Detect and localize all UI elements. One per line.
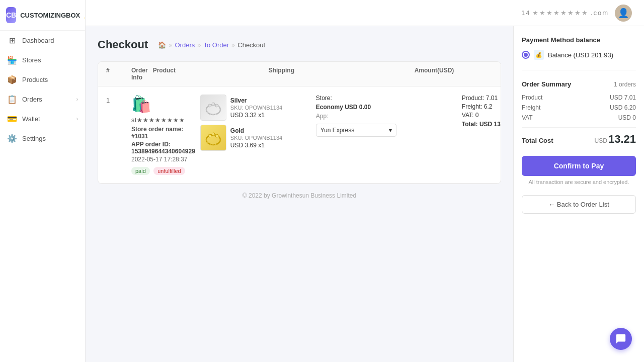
stores-icon: 🏪 (7, 55, 17, 65)
total-cost-value: USD13.21 (595, 133, 636, 146)
page-header: Checkout 🏠 » Orders » To Order » Checkou… (98, 38, 501, 51)
logo-area: CB CUSTOMIZINGBOX 🔔 (0, 0, 85, 31)
footer-text: © 2022 by Growinthesun Business Limited (243, 192, 356, 199)
summary-vat-label: VAT (522, 114, 533, 121)
row-number: 1 (106, 95, 126, 104)
svg-point-9 (215, 134, 218, 137)
summary-vat-value: USD 0 (618, 114, 636, 121)
store-masked: st★★★★★★★★ (131, 117, 195, 124)
order-date: 2022-05-17 17:28:37 (131, 156, 195, 163)
sidebar-item-orders[interactable]: 📋 Orders › (0, 89, 85, 109)
product-price-silver: USD 3.32 x1 (230, 112, 282, 119)
table-row: 1 🛍️ st★★★★★★★★ Store order name: #1031 … (98, 86, 501, 184)
shipping-app-label: App: (316, 113, 329, 120)
user-email: 14 ★★★★★★★★ .com (521, 9, 609, 17)
right-panel: Payment Method balance 💰 Balance (USD 20… (513, 26, 644, 362)
confirm-button-area: Confirm to Pay All transaction are secur… (522, 156, 636, 185)
summary-product-value: USD 7.01 (610, 94, 636, 101)
app-order-id-value: 1538949644340604929 (131, 148, 195, 155)
amount-freight: Freight: 6.2 (462, 103, 501, 110)
order-id: APP order ID: 1538949644340604929 (131, 141, 195, 155)
product-name-silver: Silver (230, 97, 282, 104)
topbar: 14 ★★★★★★★★ .com 👤 (86, 0, 644, 26)
breadcrumb-current: Checkout (237, 41, 265, 49)
orders-arrow-icon: › (76, 97, 78, 102)
col-num: # (106, 67, 126, 81)
col-product: Product (153, 67, 264, 81)
product-thumb-silver (200, 95, 226, 121)
balance-text: Balance (USD 201.93) (548, 51, 613, 59)
product-info-gold: Gold SKU: OPOWNB1134 USD 3.69 x1 (230, 127, 282, 149)
order-summary: Order Summary 1 orders Product USD 7.01 … (522, 80, 636, 146)
shopify-icon: 🛍️ (131, 95, 195, 114)
content-area: Checkout 🏠 » Orders » To Order » Checkou… (86, 26, 644, 362)
products-icon: 📦 (7, 75, 17, 84)
sidebar-nav: ⊞ Dashboard 🏪 Stores 📦 Products 📋 Orders… (0, 31, 85, 148)
confirm-to-pay-button[interactable]: Confirm to Pay (522, 156, 636, 176)
summary-vat-row: VAT USD 0 (522, 114, 636, 121)
wallet-icon: 💳 (7, 114, 17, 124)
sidebar-item-settings[interactable]: ⚙️ Settings (0, 129, 85, 148)
total-cost-row: Total Cost USD13.21 (522, 127, 636, 146)
amount-vat: VAT: 0 (462, 112, 501, 119)
summary-header: Order Summary 1 orders (522, 80, 636, 88)
gold-bracelet-svg (201, 126, 225, 150)
amount-total: Total: USD 13.21 (462, 121, 501, 128)
summary-title: Order Summary (522, 80, 571, 88)
radio-button[interactable] (522, 51, 530, 59)
logo-text: CUSTOMIZINGBOX (20, 12, 80, 19)
order-info-cell: 🛍️ st★★★★★★★★ Store order name: #1031 AP… (131, 95, 195, 175)
sidebar-item-dashboard[interactable]: ⊞ Dashboard (0, 31, 85, 50)
wallet-arrow-icon: › (76, 116, 78, 122)
shipping-cell: Store: Economy USD 0.00 App: Yun Express… (316, 95, 457, 137)
sidebar-label-orders: Orders (22, 96, 71, 103)
secure-text: All transaction are secure and encrypted… (522, 179, 636, 185)
total-amount: 13.21 (608, 133, 636, 145)
col-order-info: Order Info (131, 67, 148, 81)
svg-point-2 (208, 104, 211, 107)
total-cost-label: Total Cost (522, 137, 553, 144)
shipping-store-row: Store: (316, 95, 457, 102)
breadcrumb-sep2: » (197, 41, 201, 49)
payment-method-section: Payment Method balance 💰 Balance (USD 20… (522, 36, 636, 60)
balance-icon: 💰 (534, 50, 544, 60)
order-table: # Order Info Product Shipping Amount(USD… (98, 61, 501, 184)
sidebar-label-wallet: Wallet (22, 115, 71, 123)
table-header: # Order Info Product Shipping Amount(USD… (98, 62, 501, 86)
amount-cell: Product: 7.01 Freight: 6.2 VAT: 0 Total:… (462, 95, 501, 129)
breadcrumb-home-icon[interactable]: 🏠 (158, 41, 166, 49)
sidebar-label-dashboard: Dashboard (22, 37, 78, 44)
chat-button[interactable] (610, 328, 632, 350)
back-to-order-list-button[interactable]: ← Back to Order List (522, 195, 636, 214)
breadcrumb-sep3: » (231, 41, 235, 49)
payment-option[interactable]: 💰 Balance (USD 201.93) (522, 50, 636, 60)
breadcrumb-orders[interactable]: Orders (175, 41, 195, 49)
summary-freight-row: Freight USD 6.20 (522, 104, 636, 111)
product-list: Silver SKU: OPOWNB1134 USD 3.32 x1 (200, 95, 311, 151)
badge-unfulfilled: unfulfilled (153, 167, 185, 175)
breadcrumb-to-order[interactable]: To Order (203, 41, 229, 49)
order-name-value: #1031 (131, 133, 148, 140)
summary-freight-label: Freight (522, 104, 540, 111)
shipping-app-row: App: (316, 113, 457, 120)
badge-paid: paid (131, 167, 150, 175)
avatar[interactable]: 👤 (615, 5, 632, 22)
sidebar-item-products[interactable]: 📦 Products (0, 70, 85, 89)
sidebar-label-products: Products (22, 76, 78, 83)
sidebar-item-stores[interactable]: 🏪 Stores (0, 50, 85, 70)
courier-value: Yun Express (320, 127, 354, 134)
sidebar-label-settings: Settings (22, 135, 78, 142)
shipping-courier-select[interactable]: Yun Express ▾ (316, 124, 396, 137)
breadcrumb: 🏠 » Orders » To Order » Checkout (158, 41, 265, 49)
amount-product: Product: 7.01 (462, 95, 501, 102)
order-count: 1 orders (614, 81, 636, 88)
chat-icon (615, 333, 626, 344)
product-sku-silver: SKU: OPOWNB1134 (230, 105, 282, 111)
main-content: 14 ★★★★★★★★ .com 👤 Checkout 🏠 » Orders »… (86, 0, 644, 362)
silver-bracelet-svg (201, 96, 225, 120)
sidebar-item-wallet[interactable]: 💳 Wallet › (0, 109, 85, 129)
page-footer: © 2022 by Growinthesun Business Limited (98, 184, 501, 207)
product-name-gold: Gold (230, 127, 282, 134)
orders-icon: 📋 (7, 95, 17, 104)
product-item-gold: Gold SKU: OPOWNB1134 USD 3.69 x1 (200, 125, 311, 151)
